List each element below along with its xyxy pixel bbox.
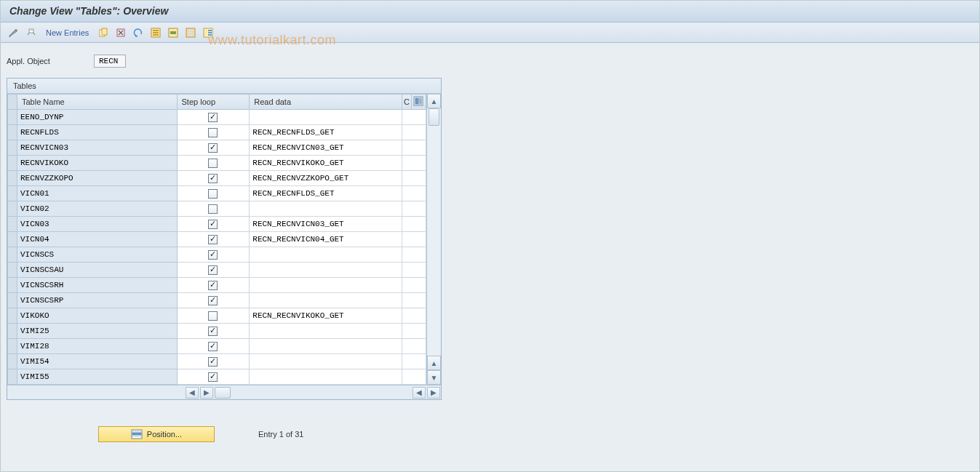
table-row[interactable]: VICN02 [8, 201, 426, 217]
cell-c[interactable] [402, 293, 426, 308]
cell-c[interactable] [402, 171, 426, 186]
cell-step-loop[interactable] [177, 339, 250, 354]
step-loop-checkbox[interactable] [208, 159, 218, 168]
row-selector[interactable] [8, 140, 17, 156]
cell-table-name[interactable]: VIMI54 [17, 354, 178, 369]
cell-c[interactable] [402, 140, 426, 156]
row-selector[interactable] [8, 186, 17, 201]
cell-step-loop[interactable] [177, 140, 250, 156]
cell-c[interactable] [402, 278, 426, 293]
cell-c[interactable] [402, 263, 426, 278]
table-row[interactable]: VICNSCSRP [8, 293, 426, 308]
cell-step-loop[interactable] [177, 232, 250, 247]
table-row[interactable]: RECNFLDSRECN_RECNFLDS_GET [8, 125, 426, 140]
table-row[interactable]: RECNVZZKOPORECN_RECNVZZKOPO_GET [8, 171, 426, 186]
step-loop-checkbox[interactable] [208, 296, 218, 305]
horizontal-scrollbar[interactable]: ◀ ▶ ◀ ▶ [7, 385, 441, 399]
step-loop-checkbox[interactable] [208, 143, 218, 153]
row-selector[interactable] [8, 156, 17, 171]
row-selector[interactable] [8, 247, 17, 263]
cell-table-name[interactable]: EENO_DYNP [17, 110, 178, 125]
cell-table-name[interactable]: RECNFLDS [17, 125, 178, 140]
row-selector[interactable] [8, 339, 17, 354]
cell-read-data[interactable] [250, 263, 402, 278]
scroll-up-button[interactable]: ▲ [427, 94, 441, 108]
step-loop-checkbox[interactable] [208, 128, 218, 137]
step-loop-checkbox[interactable] [208, 189, 218, 199]
cell-table-name[interactable]: VIMI55 [17, 369, 178, 385]
cell-read-data[interactable] [250, 324, 402, 339]
step-loop-checkbox[interactable] [208, 265, 218, 275]
row-selector[interactable] [8, 263, 17, 278]
step-loop-checkbox[interactable] [208, 174, 218, 183]
cell-step-loop[interactable] [177, 263, 250, 278]
step-loop-checkbox[interactable] [208, 281, 218, 290]
cell-table-name[interactable]: VICNSCS [17, 247, 178, 263]
cell-table-name[interactable]: VICNSCSAU [17, 263, 178, 278]
col-header-c[interactable]: C [402, 95, 412, 110]
cell-read-data[interactable] [250, 110, 402, 125]
cell-table-name[interactable]: VICNSCSRP [17, 293, 178, 308]
cell-step-loop[interactable] [177, 308, 250, 324]
cell-table-name[interactable]: VICN02 [17, 201, 178, 217]
cell-step-loop[interactable] [177, 369, 250, 385]
step-loop-checkbox[interactable] [208, 327, 218, 336]
scroll-track[interactable] [427, 108, 441, 356]
cell-c[interactable] [402, 110, 426, 125]
cell-read-data[interactable]: RECN_RECNFLDS_GET [250, 186, 402, 201]
step-loop-checkbox[interactable] [208, 342, 218, 351]
cell-read-data[interactable]: RECN_RECNVIKOKO_GET [250, 156, 402, 171]
hscroll-thumb[interactable] [215, 387, 231, 399]
cell-read-data[interactable]: RECN_RECNVICN04_GET [250, 232, 402, 247]
cell-c[interactable] [402, 354, 426, 369]
config-icon[interactable] [201, 25, 215, 40]
cell-read-data[interactable] [250, 293, 402, 308]
copy-as-icon[interactable] [96, 25, 111, 40]
table-row[interactable]: VICN03RECN_RECNVICN03_GET [8, 217, 426, 232]
scroll-thumb[interactable] [429, 108, 439, 126]
table-row[interactable]: VIMI28 [8, 339, 426, 354]
cell-step-loop[interactable] [177, 110, 250, 125]
row-selector[interactable] [8, 110, 17, 125]
table-row[interactable]: EENO_DYNP [8, 110, 426, 125]
col-header-step-loop[interactable]: Step loop [177, 95, 250, 110]
cell-table-name[interactable]: RECNVICN03 [17, 140, 178, 156]
table-row[interactable]: VICNSCSRH [8, 278, 426, 293]
cell-step-loop[interactable] [177, 201, 250, 217]
cell-step-loop[interactable] [177, 125, 250, 140]
cell-read-data[interactable]: RECN_RECNVIKOKO_GET [250, 308, 402, 324]
row-selector[interactable] [8, 324, 17, 339]
undo-change-icon[interactable] [131, 25, 146, 40]
delete-icon[interactable] [113, 25, 128, 40]
deselect-all-icon[interactable] [183, 25, 198, 40]
cell-c[interactable] [402, 339, 426, 354]
row-selector[interactable] [8, 293, 17, 308]
cell-read-data[interactable]: RECN_RECNVICN03_GET [250, 140, 402, 156]
cell-step-loop[interactable] [177, 171, 250, 186]
cell-c[interactable] [402, 156, 426, 171]
cell-step-loop[interactable] [177, 217, 250, 232]
step-loop-checkbox[interactable] [208, 372, 218, 382]
cell-c[interactable] [402, 125, 426, 140]
position-button[interactable]: Position... [98, 426, 215, 442]
step-loop-checkbox[interactable] [208, 357, 218, 367]
cell-c[interactable] [402, 247, 426, 263]
table-row[interactable]: VIKOKORECN_RECNVIKOKO_GET [8, 308, 426, 324]
select-block-icon[interactable] [166, 25, 180, 40]
select-all-icon[interactable] [148, 25, 163, 40]
hscroll-left2-button[interactable]: ◀ [413, 387, 426, 399]
table-row[interactable]: RECNVICN03RECN_RECNVICN03_GET [8, 140, 426, 156]
cell-table-name[interactable]: VIMI28 [17, 339, 178, 354]
row-selector[interactable] [8, 201, 17, 217]
row-selector[interactable] [8, 232, 17, 247]
cell-c[interactable] [402, 369, 426, 385]
row-selector[interactable] [8, 308, 17, 324]
cell-step-loop[interactable] [177, 293, 250, 308]
cell-c[interactable] [402, 201, 426, 217]
row-selector[interactable] [8, 217, 17, 232]
cell-read-data[interactable]: RECN_RECNFLDS_GET [250, 125, 402, 140]
scroll-down-small-button[interactable]: ▲ [427, 356, 441, 370]
cell-table-name[interactable]: VIKOKO [17, 308, 178, 324]
cell-table-name[interactable]: VICN03 [17, 217, 178, 232]
row-selector[interactable] [8, 354, 17, 369]
